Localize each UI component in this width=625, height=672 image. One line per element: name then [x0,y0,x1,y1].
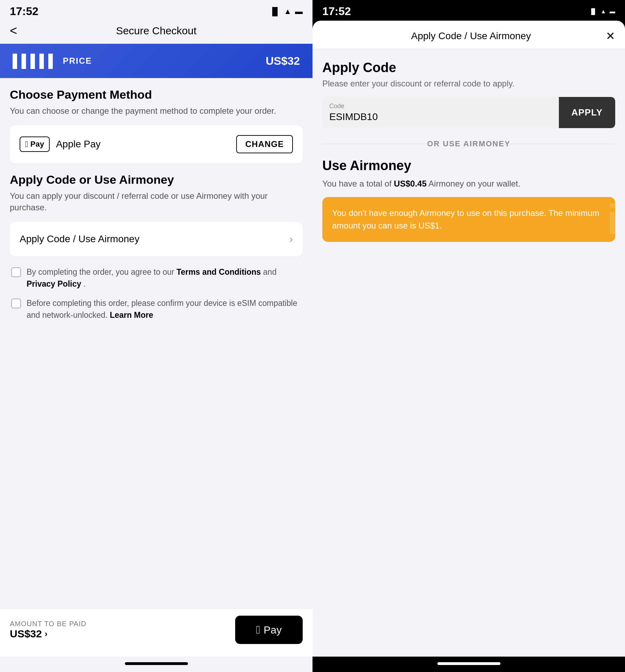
right-signal-icon: ▐▌ [589,8,597,15]
wifi-icon: ▲ [284,7,292,16]
payment-section-title: Choose Payment Method [10,88,303,102]
airmoney-balance-text: You have a total of US$0.45 Airmoney on … [322,177,615,190]
esim-text: Before completing this order, please con… [27,299,297,320]
right-status-time: 17:52 [322,5,351,18]
apply-code-section: Apply Code or Use Airmoney You can apply… [10,173,303,256]
right-wifi-icon: ▲ [601,8,606,15]
left-nav-bar: < Secure Checkout [0,21,312,41]
apply-code-block: Apply Code Please enter your discount or… [322,60,615,128]
page-title: Secure Checkout [116,25,196,37]
apple-pay-button-logo:  [256,623,260,636]
change-button[interactable]: CHANGE [236,135,293,153]
left-panel: 17:52 ▐▌ ▲ ▬ < Secure Checkout ▌▌▌▌▌ PRI… [0,0,312,672]
warning-text: You don't have enough Airmoney to use on… [332,207,605,232]
price-left: ▌▌▌▌▌ PRICE [13,54,92,68]
warning-banner: You don't have enough Airmoney to use on… [322,197,615,242]
use-airmoney-block: Use Airmoney You have a total of US$0.45… [322,158,615,242]
sheet-header: Apply Code / Use Airmoney ✕ [312,21,625,49]
code-input-field[interactable] [329,111,552,122]
or-divider: OR USE AIRMONEY [322,139,615,148]
terms-text-1: By completing the order, you agree to ou… [27,266,301,290]
payment-method-row:  Pay Apple Pay CHANGE [20,135,293,153]
terms-period: . [83,279,85,288]
apply-code-subtitle: You can apply your discount / referral c… [10,190,303,214]
payment-method-left:  Pay Apple Pay [20,136,101,152]
amount-value-text: US$32 [10,628,42,640]
apple-icon:  [25,139,28,149]
apply-code-heading: Apply Code [322,60,615,75]
apply-code-link-card[interactable]: Apply Code / Use Airmoney › [10,222,303,256]
right-status-icons: ▐▌ ▲ ▬ [589,8,615,15]
airmoney-balance-post: Airmoney on your wallet. [428,179,520,188]
code-input-row: Code APPLY [322,97,615,128]
left-status-bar: 17:52 ▐▌ ▲ ▬ [0,0,312,21]
right-battery-icon: ▬ [610,8,615,15]
sheet-content: Apply Code Please enter your discount or… [312,49,625,657]
apply-code-button[interactable]: APPLY [559,97,615,128]
price-banner: ▌▌▌▌▌ PRICE US$32 [0,44,312,78]
apple-pay-button[interactable]:  Pay [235,616,303,644]
apply-code-title: Apply Code or Use Airmoney [10,173,303,187]
right-status-bar: 17:52 ▐▌ ▲ ▬ [312,0,625,21]
apply-code-description: Please enter your discount or referral c… [322,79,615,89]
sheet-container: Apply Code / Use Airmoney ✕ Apply Code P… [312,21,625,672]
left-status-icons: ▐▌ ▲ ▬ [269,7,303,16]
apple-pay-text: Pay [30,140,44,149]
amount-label: AMOUNT TO BE PAID [10,620,86,628]
amount-chevron-icon: › [45,629,48,639]
price-label: PRICE [63,56,92,66]
airmoney-balance-pre: You have a total of [322,179,394,188]
payment-method-card:  Pay Apple Pay CHANGE [10,125,303,163]
sheet-title: Apply Code / Use Airmoney [411,30,531,42]
signal-icon: ▐▌ [269,7,280,16]
close-button[interactable]: ✕ [606,30,615,42]
terms-text-2: Before completing this order, please con… [27,297,301,321]
use-airmoney-title: Use Airmoney [322,158,615,173]
terms-checkbox-1[interactable] [11,267,21,277]
terms-and-conditions-link[interactable]: Terms and Conditions [176,267,261,276]
price-value: US$32 [266,55,300,68]
right-panel: 17:52 ▐▌ ▲ ▬ Apply Code / Use Airmoney ✕… [312,0,625,672]
scroll-content: Choose Payment Method You can choose or … [0,78,312,608]
privacy-policy-link[interactable]: Privacy Policy [27,279,81,288]
terms-text-pre: By completing the order, you agree to ou… [27,267,176,276]
left-status-time: 17:52 [10,5,38,18]
learn-more-link[interactable]: Learn More [110,310,153,320]
battery-icon: ▬ [295,7,303,16]
chevron-right-icon: › [289,233,293,245]
amount-value-row[interactable]: US$32 › [10,628,86,640]
payment-section-subtitle: You can choose or change the payment met… [10,105,303,117]
back-button[interactable]: < [10,23,17,38]
apple-pay-logo:  Pay [20,136,50,152]
apple-pay-button-label: Pay [264,624,282,636]
left-home-indicator [0,657,312,672]
terms-section: By completing the order, you agree to ou… [10,266,303,321]
terms-and-text: and [263,267,276,276]
airmoney-balance-amount: US$0.45 [394,179,427,188]
terms-row-2: Before completing this order, please con… [11,297,301,321]
code-input-wrapper: Code [322,97,559,128]
warning-icon: i [607,197,615,242]
right-home-bar [437,662,500,665]
code-input-label: Code [329,103,552,110]
terms-checkbox-2[interactable] [11,299,21,308]
amount-section: AMOUNT TO BE PAID US$32 › [10,620,86,640]
bottom-bar: AMOUNT TO BE PAID US$32 ›  Pay [0,608,312,657]
terms-row-1: By completing the order, you agree to ou… [11,266,301,290]
left-home-bar [125,662,188,665]
right-home-indicator [312,657,625,672]
payment-name: Apple Pay [56,139,101,150]
apply-code-link-text: Apply Code / Use Airmoney [20,233,139,245]
barcode-icon: ▌▌▌▌▌ [13,54,57,68]
